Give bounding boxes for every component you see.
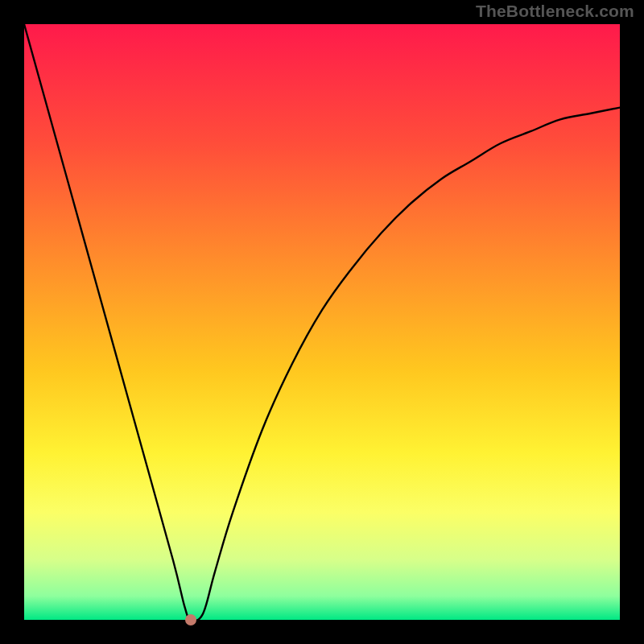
watermark-text: TheBottleneck.com — [476, 2, 634, 21]
chart-frame: TheBottleneck.com — [0, 0, 644, 644]
plot-area — [24, 24, 620, 620]
bottleneck-curve — [24, 24, 620, 620]
optimal-point-marker — [185, 614, 196, 625]
curve-layer — [24, 24, 620, 620]
